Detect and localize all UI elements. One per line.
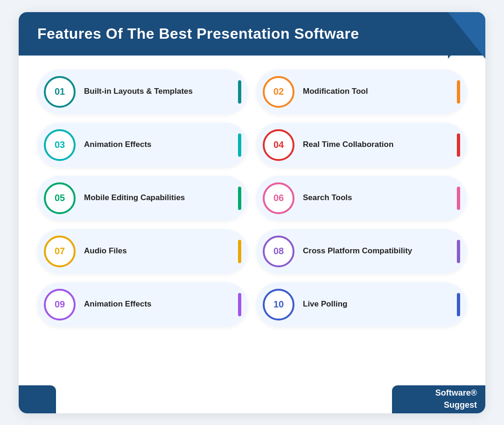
feature-circle-07: 07: [44, 236, 76, 267]
feature-accent-bar-05: [238, 187, 241, 210]
feature-item-06: 06Search Tools: [256, 176, 467, 221]
feature-accent-bar-03: [238, 133, 241, 157]
feature-item-04: 04Real Time Collaboration: [256, 123, 467, 167]
feature-circle-08: 08: [263, 236, 294, 267]
feature-accent-bar-08: [457, 240, 460, 263]
feature-label-05: Mobile Editing Capabilities: [84, 193, 233, 203]
features-grid: 01Built-in Layouts & Templates02Modifica…: [19, 56, 485, 336]
feature-label-02: Modification Tool: [303, 86, 452, 97]
feature-label-03: Animation Effects: [84, 139, 233, 150]
feature-accent-bar-04: [457, 133, 460, 157]
feature-item-05: 05Mobile Editing Capabilities: [37, 176, 248, 221]
feature-circle-02: 02: [263, 76, 294, 108]
feature-item-02: 02Modification Tool: [256, 70, 467, 114]
feature-item-09: 09Animation Effects: [37, 282, 248, 327]
header-title: Features Of The Best Presentation Softwa…: [37, 25, 359, 42]
feature-circle-04: 04: [263, 129, 294, 161]
feature-label-04: Real Time Collaboration: [303, 139, 452, 150]
main-card: Features Of The Best Presentation Softwa…: [19, 12, 485, 413]
feature-circle-09: 09: [44, 289, 76, 320]
feature-label-08: Cross Platform Compatibility: [303, 246, 452, 257]
brand-logo: Software® Suggest: [435, 387, 477, 411]
feature-label-07: Audio Files: [84, 246, 233, 257]
feature-accent-bar-10: [457, 293, 460, 316]
feature-item-01: 01Built-in Layouts & Templates: [37, 70, 248, 114]
feature-accent-bar-06: [457, 187, 460, 210]
feature-label-01: Built-in Layouts & Templates: [84, 86, 233, 97]
bottom-right-decoration: Software® Suggest: [392, 385, 485, 413]
feature-label-09: Animation Effects: [84, 299, 233, 310]
feature-circle-03: 03: [44, 129, 76, 161]
bottom-left-decoration: [19, 385, 56, 413]
feature-item-07: 07Audio Files: [37, 229, 248, 274]
feature-circle-10: 10: [263, 289, 294, 320]
feature-accent-bar-02: [457, 80, 460, 104]
feature-item-10: 10Live Polling: [256, 282, 467, 327]
feature-circle-05: 05: [44, 182, 76, 214]
feature-accent-bar-01: [238, 80, 241, 104]
feature-accent-bar-07: [238, 240, 241, 263]
feature-accent-bar-09: [238, 293, 241, 316]
header: Features Of The Best Presentation Softwa…: [19, 12, 485, 56]
feature-item-03: 03Animation Effects: [37, 123, 248, 167]
feature-label-10: Live Polling: [303, 299, 452, 310]
feature-item-08: 08Cross Platform Compatibility: [256, 229, 467, 274]
feature-label-06: Search Tools: [303, 193, 452, 203]
feature-circle-06: 06: [263, 182, 294, 214]
feature-circle-01: 01: [44, 76, 76, 108]
